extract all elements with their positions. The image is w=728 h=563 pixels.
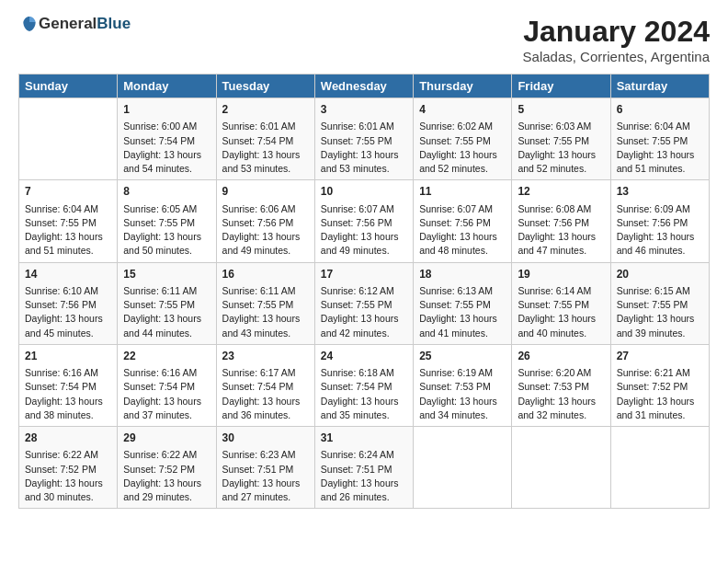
daylight-text: Daylight: 13 hours and 35 minutes. [321, 395, 407, 422]
day-number: 3 [321, 102, 407, 118]
week-row-3: 14Sunrise: 6:10 AMSunset: 7:56 PMDayligh… [19, 262, 710, 344]
sunrise-text: Sunrise: 6:22 AM [25, 448, 111, 462]
day-number: 19 [518, 267, 604, 282]
sunset-text: Sunset: 7:55 PM [321, 134, 407, 148]
cell-w3-d4: 17Sunrise: 6:12 AMSunset: 7:55 PMDayligh… [314, 262, 413, 344]
logo-blue: Blue [97, 15, 131, 32]
sunrise-text: Sunrise: 6:23 AM [222, 448, 309, 462]
sunset-text: Sunset: 7:53 PM [518, 380, 604, 394]
day-number: 16 [222, 267, 309, 282]
sunrise-text: Sunrise: 6:10 AM [25, 284, 111, 298]
col-sunday: Sunday [19, 75, 118, 98]
sunset-text: Sunset: 7:55 PM [518, 134, 604, 148]
daylight-text: Daylight: 13 hours and 47 minutes. [518, 230, 604, 258]
cell-w1-d2: 1Sunrise: 6:00 AMSunset: 7:54 PMDaylight… [118, 98, 216, 180]
col-saturday: Saturday [610, 75, 709, 98]
week-row-2: 7Sunrise: 6:04 AMSunset: 7:55 PMDaylight… [19, 180, 710, 262]
day-number: 31 [321, 431, 407, 446]
day-number: 20 [617, 267, 703, 282]
col-tuesday: Tuesday [216, 75, 314, 98]
cell-w2-d3: 9Sunrise: 6:06 AMSunset: 7:56 PMDaylight… [216, 180, 314, 262]
daylight-text: Daylight: 13 hours and 52 minutes. [518, 148, 604, 176]
day-number: 21 [25, 349, 111, 364]
cell-w5-d7 [610, 427, 709, 509]
sunrise-text: Sunrise: 6:09 AM [617, 202, 703, 216]
cell-w5-d3: 30Sunrise: 6:23 AMSunset: 7:51 PMDayligh… [216, 427, 314, 509]
sunrise-text: Sunrise: 6:04 AM [25, 202, 111, 216]
sunrise-text: Sunrise: 6:11 AM [123, 284, 210, 298]
daylight-text: Daylight: 13 hours and 49 minutes. [321, 230, 407, 258]
day-number: 28 [25, 431, 111, 446]
daylight-text: Daylight: 13 hours and 36 minutes. [222, 395, 309, 422]
day-number: 25 [419, 349, 506, 364]
sunset-text: Sunset: 7:55 PM [25, 216, 111, 230]
sunset-text: Sunset: 7:55 PM [419, 134, 506, 148]
day-number: 22 [123, 349, 210, 364]
sunrise-text: Sunrise: 6:15 AM [617, 284, 703, 298]
cell-w1-d4: 3Sunrise: 6:01 AMSunset: 7:55 PMDaylight… [314, 98, 413, 180]
cell-w4-d4: 24Sunrise: 6:18 AMSunset: 7:54 PMDayligh… [314, 344, 413, 426]
daylight-text: Daylight: 13 hours and 43 minutes. [222, 312, 309, 339]
sunset-text: Sunset: 7:56 PM [25, 298, 111, 312]
sunset-text: Sunset: 7:51 PM [321, 463, 407, 477]
daylight-text: Daylight: 13 hours and 40 minutes. [518, 312, 604, 339]
sunset-text: Sunset: 7:55 PM [222, 298, 309, 312]
day-number: 9 [222, 184, 309, 200]
sunrise-text: Sunrise: 6:17 AM [222, 366, 309, 380]
main-title: January 2024 [523, 15, 710, 49]
cell-w2-d6: 12Sunrise: 6:08 AMSunset: 7:56 PMDayligh… [512, 180, 610, 262]
sunrise-text: Sunrise: 6:13 AM [419, 284, 506, 298]
col-wednesday: Wednesday [314, 75, 413, 98]
daylight-text: Daylight: 13 hours and 45 minutes. [25, 312, 111, 339]
sunrise-text: Sunrise: 6:03 AM [518, 120, 604, 133]
sunrise-text: Sunrise: 6:01 AM [321, 120, 407, 133]
day-number: 13 [617, 184, 703, 200]
daylight-text: Daylight: 13 hours and 26 minutes. [321, 477, 407, 504]
daylight-text: Daylight: 13 hours and 38 minutes. [25, 395, 111, 422]
daylight-text: Daylight: 13 hours and 49 minutes. [222, 230, 309, 258]
sunrise-text: Sunrise: 6:07 AM [419, 202, 506, 216]
cell-w1-d1 [19, 98, 118, 180]
sunrise-text: Sunrise: 6:05 AM [123, 202, 210, 216]
header-row: Sunday Monday Tuesday Wednesday Thursday… [19, 75, 710, 98]
daylight-text: Daylight: 13 hours and 50 minutes. [123, 230, 210, 258]
logo-icon [20, 15, 39, 33]
week-row-4: 21Sunrise: 6:16 AMSunset: 7:54 PMDayligh… [19, 344, 710, 426]
daylight-text: Daylight: 13 hours and 48 minutes. [419, 230, 506, 258]
page-container: GeneralBlue January 2024 Saladas, Corrie… [0, 0, 728, 518]
sunset-text: Sunset: 7:55 PM [321, 298, 407, 312]
day-number: 15 [123, 267, 210, 282]
daylight-text: Daylight: 13 hours and 30 minutes. [25, 477, 111, 504]
day-number: 23 [222, 349, 309, 364]
sunset-text: Sunset: 7:54 PM [25, 380, 111, 394]
cell-w2-d5: 11Sunrise: 6:07 AMSunset: 7:56 PMDayligh… [414, 180, 512, 262]
daylight-text: Daylight: 13 hours and 53 minutes. [222, 148, 309, 176]
sunset-text: Sunset: 7:56 PM [419, 216, 506, 230]
sunrise-text: Sunrise: 6:20 AM [518, 366, 604, 380]
sunrise-text: Sunrise: 6:21 AM [617, 366, 703, 380]
daylight-text: Daylight: 13 hours and 31 minutes. [617, 395, 703, 422]
sunrise-text: Sunrise: 6:00 AM [123, 120, 210, 133]
sunset-text: Sunset: 7:54 PM [321, 380, 407, 394]
sunrise-text: Sunrise: 6:07 AM [321, 202, 407, 216]
sunset-text: Sunset: 7:55 PM [419, 298, 506, 312]
logo-general: General [39, 15, 97, 32]
day-number: 4 [419, 102, 506, 118]
daylight-text: Daylight: 13 hours and 29 minutes. [123, 477, 210, 504]
sunrise-text: Sunrise: 6:02 AM [419, 120, 506, 133]
cell-w3-d5: 18Sunrise: 6:13 AMSunset: 7:55 PMDayligh… [414, 262, 512, 344]
sunset-text: Sunset: 7:52 PM [617, 380, 703, 394]
calendar-table: Sunday Monday Tuesday Wednesday Thursday… [18, 74, 710, 509]
cell-w3-d6: 19Sunrise: 6:14 AMSunset: 7:55 PMDayligh… [512, 262, 610, 344]
cell-w1-d5: 4Sunrise: 6:02 AMSunset: 7:55 PMDaylight… [414, 98, 512, 180]
day-number: 2 [222, 102, 309, 118]
sunrise-text: Sunrise: 6:11 AM [222, 284, 309, 298]
cell-w2-d4: 10Sunrise: 6:07 AMSunset: 7:56 PMDayligh… [314, 180, 413, 262]
cell-w3-d1: 14Sunrise: 6:10 AMSunset: 7:56 PMDayligh… [19, 262, 118, 344]
day-number: 14 [25, 267, 111, 282]
sunset-text: Sunset: 7:55 PM [617, 134, 703, 148]
day-number: 30 [222, 431, 309, 446]
cell-w3-d7: 20Sunrise: 6:15 AMSunset: 7:55 PMDayligh… [610, 262, 709, 344]
week-row-1: 1Sunrise: 6:00 AMSunset: 7:54 PMDaylight… [19, 98, 710, 180]
sunset-text: Sunset: 7:53 PM [419, 380, 506, 394]
